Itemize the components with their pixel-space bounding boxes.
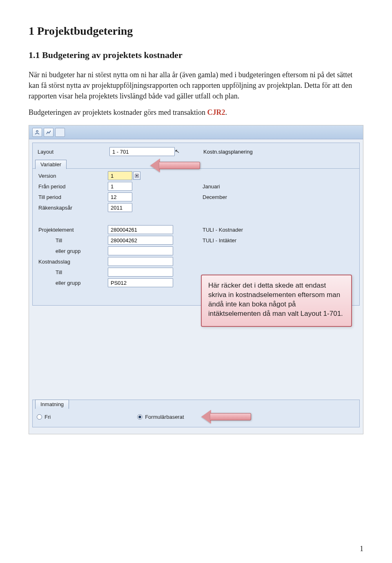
desc-proj-till: TULI - Intäkter: [185, 237, 236, 244]
input-proj-grupp[interactable]: [108, 246, 173, 255]
paragraph-1: När ni budgeter har ni störst nytta om n…: [29, 69, 363, 101]
doc-heading-1: 1 Projektbudgetering: [29, 25, 363, 38]
para2-post: .: [225, 108, 227, 116]
row-to-period: Till period December: [33, 192, 359, 202]
layout-row: Layout ↖ Kostn.slagsplanering: [33, 145, 359, 158]
layout-input[interactable]: [109, 147, 175, 156]
row-proj-grupp: eller grupp: [33, 246, 359, 256]
sap-panel-input: Inmatning Fri Formulärbaserat: [32, 400, 360, 427]
tab-inmatning[interactable]: Inmatning: [35, 400, 69, 409]
doc-heading-2: 1.1 Budgetering av projektets kostnader: [29, 50, 363, 60]
input-kost-grupp[interactable]: [108, 278, 173, 287]
callout-annotation: Här räcker det i detta skede att endast …: [201, 275, 352, 327]
para2-pre: Budgeteringen av projektets kostnader gö…: [29, 108, 207, 116]
layout-label: Layout: [36, 149, 109, 155]
label-radio-form: Formulärbaserat: [145, 414, 184, 420]
label-version: Version: [36, 173, 108, 179]
input-kost-till[interactable]: [108, 268, 173, 277]
toolbar-button-user-icon[interactable]: [32, 128, 42, 137]
sap-panel-main: Layout ↖ Kostn.slagsplanering Variabler …: [32, 143, 360, 306]
row-proj-till: Till TULI - Intäkter: [33, 235, 359, 246]
label-radio-fri: Fri: [45, 414, 51, 420]
svg-point-0: [36, 130, 38, 132]
radio-fri[interactable]: [37, 414, 42, 420]
label-kost-till: Till: [36, 269, 108, 275]
desc-to-period: December: [185, 194, 227, 200]
row-fy: Räkenskapsår: [33, 202, 359, 213]
input-from-period[interactable]: [108, 182, 132, 191]
arrow-annotation-version: [150, 159, 203, 172]
row-version: Version: [33, 170, 359, 181]
label-kost-grupp: eller grupp: [36, 280, 108, 286]
input-fy[interactable]: [108, 203, 132, 212]
input-proj-elem[interactable]: [108, 225, 173, 234]
label-from-period: Från period: [36, 183, 108, 190]
f4-help-button[interactable]: [133, 172, 140, 180]
arrow-annotation-radio: [201, 411, 254, 423]
desc-proj-elem: TULI - Kostnader: [185, 227, 243, 233]
radio-form[interactable]: [137, 414, 143, 420]
radio-row: Fri Formulärbaserat: [33, 408, 359, 427]
layout-desc: Kostn.slagsplanering: [203, 149, 253, 155]
svg-rect-2: [136, 175, 138, 176]
desc-from-period: Januari: [185, 183, 220, 190]
label-kostslag: Kostnadsslag: [36, 259, 108, 265]
paragraph-2: Budgeteringen av projektets kostnader gö…: [29, 107, 363, 118]
toolbar-button-blank[interactable]: [55, 128, 65, 137]
sap-screenshot: Layout ↖ Kostn.slagsplanering Variabler …: [29, 125, 363, 434]
variabler-panel: Version Från period Januari: [33, 168, 359, 290]
input-version[interactable]: [108, 171, 132, 180]
input-kostslag[interactable]: [108, 257, 173, 266]
input-proj-till[interactable]: [108, 236, 173, 245]
toolbar-button-chart-icon[interactable]: [44, 128, 53, 137]
row-kostslag: Kostnadsslag: [33, 256, 359, 267]
label-fy: Räkenskapsår: [36, 205, 108, 211]
input-to-period[interactable]: [108, 192, 132, 201]
label-proj-till: Till: [36, 237, 108, 244]
row-from-period: Från period Januari: [33, 181, 359, 192]
cursor-icon: ↖: [174, 147, 180, 155]
sap-body: Layout ↖ Kostn.slagsplanering Variabler …: [29, 139, 363, 434]
label-to-period: Till period: [36, 194, 108, 200]
row-proj-elem: Projektelement TULI - Kostnader: [33, 224, 359, 235]
sap-toolbar: [29, 125, 363, 139]
tab-variabler[interactable]: Variabler: [35, 160, 67, 169]
label-proj-grupp: eller grupp: [36, 248, 108, 254]
label-proj-elem: Projektelement: [36, 227, 108, 233]
transaction-code: CJR2: [207, 108, 225, 116]
